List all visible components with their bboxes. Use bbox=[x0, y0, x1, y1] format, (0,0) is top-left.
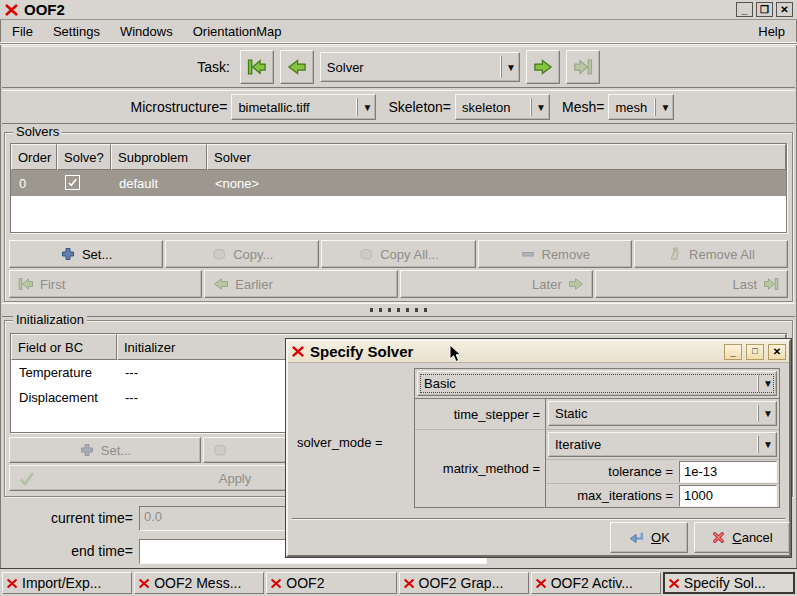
clear-all-icon bbox=[667, 246, 683, 262]
col-solver: Solver bbox=[207, 144, 786, 170]
maximize-icon[interactable]: □ bbox=[746, 344, 764, 360]
end-time-label: end time= bbox=[0, 543, 133, 559]
tolerance-input[interactable]: 1e-13 bbox=[679, 461, 777, 483]
time-stepper-label: time_stepper = bbox=[415, 399, 546, 430]
solvers-frame: Solvers Order Solve? Subproblem Solver 0… bbox=[4, 132, 793, 302]
back-arrow-icon bbox=[213, 276, 229, 292]
table-row[interactable]: 0 default <none> bbox=[11, 170, 786, 196]
menubar: File Settings Windows OrientationMap Hel… bbox=[0, 20, 797, 43]
ok-button[interactable]: OK bbox=[610, 522, 688, 553]
dialog-title: Specify Solver bbox=[310, 343, 720, 360]
cancel-button[interactable]: Cancel bbox=[694, 522, 790, 553]
menu-file[interactable]: File bbox=[10, 22, 35, 41]
close-icon[interactable]: ✕ bbox=[768, 344, 786, 360]
task-last-button[interactable] bbox=[566, 50, 600, 84]
dialog-titlebar[interactable]: Specify Solver _ □ ✕ bbox=[288, 341, 789, 363]
copy-all-icon bbox=[358, 246, 374, 262]
taskbar-item-specify-solver[interactable]: Specify Sol... bbox=[663, 572, 795, 594]
minimize-icon[interactable]: _ bbox=[724, 344, 742, 360]
microstructure-select[interactable]: bimetallic.tiff ▼ bbox=[231, 94, 376, 120]
chevron-down-icon: ▼ bbox=[760, 439, 776, 450]
enter-arrow-icon bbox=[628, 529, 645, 546]
col-subproblem: Subproblem bbox=[111, 144, 207, 170]
row-subproblem: default bbox=[111, 176, 207, 191]
menu-help[interactable]: Help bbox=[756, 22, 787, 41]
solve-checkbox[interactable] bbox=[65, 175, 80, 190]
oof2-window-icon bbox=[403, 577, 416, 590]
remove-button[interactable]: Remove bbox=[478, 240, 632, 268]
window-title: OOF2 bbox=[24, 1, 65, 18]
solvers-frame-label: Solvers bbox=[13, 124, 62, 139]
mesh-select[interactable]: mesh ▼ bbox=[608, 94, 674, 120]
oof2-window-icon bbox=[270, 577, 283, 590]
remove-all-button[interactable]: Remove All bbox=[634, 240, 788, 268]
task-forward-button[interactable] bbox=[526, 50, 560, 84]
pane-splitter[interactable] bbox=[2, 303, 795, 317]
max-iterations-label: max_iterations = bbox=[546, 488, 679, 503]
copy-icon bbox=[212, 442, 228, 458]
taskbar-item-graphics[interactable]: OOF2 Grap... bbox=[399, 572, 529, 594]
plus-icon bbox=[60, 246, 76, 262]
copy-all-button[interactable]: Copy All... bbox=[321, 240, 475, 268]
taskbar: Import/Exp... OOF2 Mess... OOF2 OOF2 Gra… bbox=[0, 568, 797, 596]
minimize-icon[interactable]: _ bbox=[736, 2, 753, 17]
taskbar-item-messages[interactable]: OOF2 Mess... bbox=[134, 572, 264, 594]
taskbar-item-oof2[interactable]: OOF2 bbox=[266, 572, 396, 594]
context-bar: Microstructure= bimetallic.tiff ▼ Skelet… bbox=[2, 90, 795, 124]
earlier-button[interactable]: Earlier bbox=[204, 270, 397, 298]
back-arrow-icon bbox=[287, 57, 307, 77]
skeleton-label: Skeleton= bbox=[388, 99, 451, 115]
mesh-label: Mesh= bbox=[562, 99, 604, 115]
close-icon[interactable]: ✕ bbox=[776, 2, 793, 17]
skeleton-select[interactable]: skeleton ▼ bbox=[455, 94, 550, 120]
oof2-logo-icon bbox=[4, 2, 20, 18]
menubar-divider bbox=[0, 43, 797, 45]
task-first-button[interactable] bbox=[240, 50, 274, 84]
microstructure-label: Microstructure= bbox=[131, 99, 228, 115]
menu-windows[interactable]: Windows bbox=[118, 22, 175, 41]
matrix-method-value: Iterative bbox=[549, 437, 755, 452]
row-order: 0 bbox=[11, 176, 57, 191]
specify-solver-dialog: Specify Solver _ □ ✕ solver_mode = Basic… bbox=[286, 339, 791, 557]
splitter-handle-icon bbox=[370, 308, 428, 312]
oof2-window-icon bbox=[668, 577, 681, 590]
matrix-method-label: matrix_method = bbox=[415, 430, 546, 507]
oof2-window-icon bbox=[138, 577, 151, 590]
chevron-down-icon: ▼ bbox=[760, 378, 776, 389]
menu-orientationmap[interactable]: OrientationMap bbox=[191, 22, 284, 41]
window-titlebar: OOF2 _ ❐ ✕ bbox=[0, 0, 797, 20]
minus-icon bbox=[520, 246, 536, 262]
solvers-table: Order Solve? Subproblem Solver 0 default… bbox=[10, 143, 787, 233]
tolerance-label: tolerance = bbox=[546, 464, 679, 479]
max-iterations-row: max_iterations = 1000 bbox=[546, 483, 779, 507]
taskbar-item-import-export[interactable]: Import/Exp... bbox=[2, 572, 132, 594]
task-select-value: Solver bbox=[321, 60, 498, 75]
task-back-button[interactable] bbox=[280, 50, 314, 84]
field-name: Temperature bbox=[11, 365, 117, 380]
initialization-frame-label: Initialization bbox=[13, 312, 87, 327]
dialog-separator bbox=[292, 518, 785, 520]
maximize-icon[interactable]: ❐ bbox=[756, 2, 773, 17]
init-set-button[interactable]: Set... bbox=[9, 437, 201, 463]
col-solve: Solve? bbox=[57, 144, 111, 170]
first-button[interactable]: First bbox=[9, 270, 202, 298]
task-select[interactable]: Solver ▼ bbox=[320, 52, 520, 82]
later-button[interactable]: Later bbox=[400, 270, 593, 298]
time-stepper-select[interactable]: Static ▼ bbox=[548, 401, 777, 426]
chevron-down-icon: ▼ bbox=[533, 102, 549, 113]
chevron-down-icon: ▼ bbox=[359, 102, 375, 113]
forward-arrow-icon bbox=[533, 57, 553, 77]
solver-mode-select[interactable]: Basic ▼ bbox=[417, 371, 777, 396]
copy-button[interactable]: Copy... bbox=[165, 240, 319, 268]
current-time-label: current time= bbox=[0, 510, 133, 526]
menu-settings[interactable]: Settings bbox=[51, 22, 102, 41]
set-button[interactable]: Set... bbox=[9, 240, 163, 268]
last-button[interactable]: Last bbox=[595, 270, 788, 298]
max-iterations-input[interactable]: 1000 bbox=[679, 485, 777, 507]
col-field-or-bc: Field or BC bbox=[11, 334, 117, 360]
matrix-method-select[interactable]: Iterative ▼ bbox=[548, 432, 777, 457]
taskbar-item-activity[interactable]: OOF2 Activ... bbox=[531, 572, 661, 594]
solver-params-box: Basic ▼ time_stepper = Static ▼ matrix_m… bbox=[414, 368, 780, 508]
chevron-down-icon: ▼ bbox=[760, 408, 776, 419]
oof2-window-icon bbox=[535, 577, 548, 590]
